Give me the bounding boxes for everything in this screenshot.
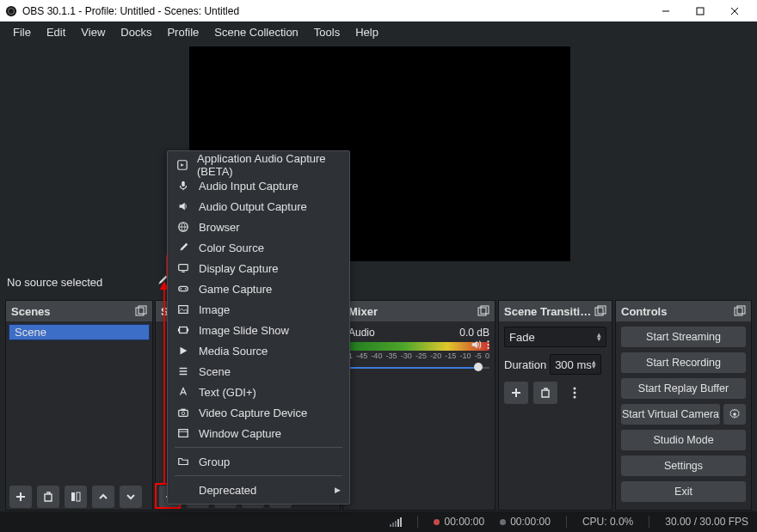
- menu-profile[interactable]: Profile: [159, 23, 206, 41]
- svg-point-17: [487, 344, 489, 345]
- play-icon: [176, 344, 190, 358]
- svg-rect-2: [697, 8, 704, 15]
- mixer-header: Mixer: [343, 301, 495, 321]
- exit-button[interactable]: Exit: [621, 481, 746, 502]
- brush-icon: [176, 241, 190, 254]
- menu-item-display-capture[interactable]: Display Capture: [168, 258, 349, 278]
- menu-item-window-capture[interactable]: Window Capture: [168, 423, 349, 443]
- svg-point-23: [574, 396, 576, 399]
- slideshow-icon: [176, 323, 190, 337]
- menu-item-browser[interactable]: Browser: [168, 217, 349, 237]
- mixer-db-label: 0.0 dB: [459, 327, 489, 339]
- popout-icon[interactable]: [135, 305, 147, 317]
- menu-item-audio-input[interactable]: Audio Input Capture: [168, 175, 349, 196]
- menu-tools[interactable]: Tools: [306, 23, 348, 41]
- scene-movedown-button[interactable]: [120, 486, 142, 508]
- svg-rect-20: [598, 306, 606, 314]
- svg-point-22: [574, 392, 576, 394]
- mixer-title: Mixer: [348, 305, 378, 318]
- menu-help[interactable]: Help: [348, 23, 386, 41]
- popout-icon[interactable]: [477, 305, 489, 317]
- globe-icon: [176, 220, 190, 234]
- svg-point-32: [185, 288, 187, 290]
- svg-rect-39: [181, 409, 185, 411]
- scene-add-button[interactable]: [9, 486, 32, 508]
- window-icon: [176, 426, 190, 440]
- virtual-camera-settings-button[interactable]: [723, 404, 746, 425]
- menu-item-group[interactable]: Group: [168, 451, 349, 472]
- menu-view[interactable]: View: [73, 23, 113, 41]
- menu-item-app-audio[interactable]: Application Audio Capture (BETA): [168, 155, 349, 175]
- scene-filter-button[interactable]: [65, 486, 87, 508]
- scenes-dock: Scenes Scene: [5, 300, 153, 511]
- menu-edit[interactable]: Edit: [39, 23, 73, 41]
- menu-bar: File Edit View Docks Profile Scene Colle…: [0, 21, 757, 42]
- duration-value: 300 ms: [555, 358, 592, 371]
- menu-item-color-source[interactable]: Color Source: [168, 237, 349, 258]
- window-minimize-button[interactable]: [649, 0, 683, 21]
- menu-item-game-capture[interactable]: Game Capture: [168, 278, 349, 299]
- gamepad-icon: [176, 282, 190, 296]
- scenes-header: Scenes: [6, 301, 152, 321]
- menu-item-text[interactable]: Text (GDI+): [168, 382, 349, 402]
- transition-more-button[interactable]: [563, 382, 587, 404]
- svg-rect-34: [180, 327, 188, 333]
- window-maximize-button[interactable]: [683, 0, 717, 21]
- transitions-dock: Scene Transiti… Fade ▴▾ Duration 300 ms …: [498, 300, 612, 511]
- start-streaming-button[interactable]: Start Streaming: [621, 327, 746, 347]
- menu-item-audio-output[interactable]: Audio Output Capture: [168, 196, 349, 217]
- svg-rect-31: [179, 286, 188, 290]
- svg-rect-28: [182, 181, 185, 187]
- studio-mode-button[interactable]: Studio Mode: [621, 430, 746, 450]
- popout-icon[interactable]: [594, 305, 606, 317]
- svg-rect-30: [179, 265, 188, 271]
- duration-spinner[interactable]: 300 ms ▴▾: [550, 354, 601, 375]
- add-source-context-menu: Application Audio Capture (BETA) Audio I…: [167, 150, 350, 504]
- controls-dock: Controls Start Streaming Start Recording…: [615, 300, 752, 511]
- menu-file[interactable]: File: [5, 23, 39, 41]
- channel-more-icon[interactable]: [487, 339, 489, 351]
- mute-icon[interactable]: [470, 339, 482, 351]
- popout-icon[interactable]: [734, 305, 746, 317]
- folder-icon: [176, 455, 190, 468]
- svg-point-38: [182, 412, 185, 415]
- menu-scene-collection[interactable]: Scene Collection: [206, 23, 306, 41]
- audio-mixer-dock: Mixer Audio 0.0 dB 1-45-40-35-30-25-20-1…: [342, 300, 495, 511]
- volume-slider[interactable]: [348, 365, 489, 370]
- menu-item-media-source[interactable]: Media Source: [168, 340, 349, 361]
- svg-point-21: [574, 388, 576, 390]
- menu-item-slideshow[interactable]: Image Slide Show: [168, 320, 349, 340]
- svg-rect-5: [71, 492, 75, 501]
- start-replay-buffer-button[interactable]: Start Replay Buffer: [621, 378, 746, 399]
- status-fps: 30.00 / 30.00 FPS: [665, 516, 748, 528]
- meter-ticks: 1-45-40-35-30-25-20-15-10-50: [348, 352, 489, 360]
- menu-item-scene[interactable]: Scene: [168, 361, 349, 382]
- transition-add-button[interactable]: [504, 382, 528, 404]
- image-icon: [176, 303, 190, 316]
- menu-item-image[interactable]: Image: [168, 299, 349, 320]
- svg-rect-24: [735, 308, 742, 315]
- transition-remove-button[interactable]: [533, 382, 557, 404]
- scene-list[interactable]: Scene: [6, 321, 152, 343]
- start-recording-button[interactable]: Start Recording: [621, 352, 746, 373]
- scene-item[interactable]: Scene: [9, 324, 150, 340]
- transition-select[interactable]: Fade ▴▾: [504, 327, 606, 347]
- svg-rect-14: [478, 308, 486, 315]
- menu-item-deprecated[interactable]: Deprecated▶: [168, 480, 349, 500]
- scenes-title: Scenes: [11, 305, 51, 318]
- start-virtual-camera-button[interactable]: Start Virtual Camera: [621, 404, 720, 425]
- settings-button[interactable]: Settings: [621, 456, 746, 476]
- svg-point-26: [733, 413, 736, 416]
- display-icon: [176, 261, 190, 275]
- chevron-updown-icon: ▴▾: [597, 333, 601, 341]
- scene-remove-button[interactable]: [37, 486, 59, 508]
- chevron-updown-icon: ▴▾: [592, 360, 596, 369]
- mic-icon: [176, 179, 190, 193]
- controls-title: Controls: [621, 305, 667, 318]
- audio-meter: [348, 342, 489, 351]
- record-dot-icon: [434, 519, 440, 525]
- menu-docks[interactable]: Docks: [113, 23, 159, 41]
- scene-moveup-button[interactable]: [92, 486, 114, 508]
- menu-item-video-capture[interactable]: Video Capture Device: [168, 402, 349, 423]
- window-close-button[interactable]: [717, 0, 752, 21]
